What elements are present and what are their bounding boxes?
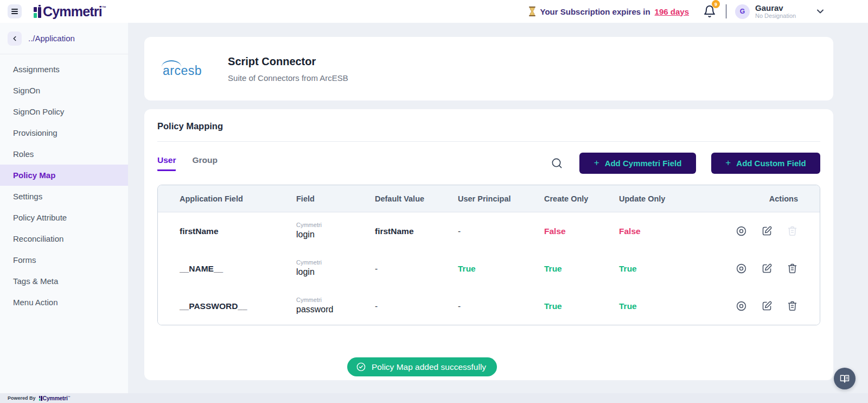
column-header-actions: Actions [727, 194, 798, 203]
subscription-notice: Your Subscription expires in 196 days [528, 7, 689, 16]
sidebar-nav-item-label: Forms [13, 255, 36, 265]
sidebar-item-provisioning[interactable]: Provisioning [0, 122, 128, 143]
sidebar-nav-item-label: Assignments [13, 65, 60, 74]
help-docs-fab[interactable] [834, 368, 856, 389]
sidebar-nav: Assignments SignOn SignOn Policy Provisi… [0, 59, 128, 313]
sidebar-item-tags-meta[interactable]: Tags & Meta [0, 270, 128, 292]
sidebar-item-reconciliation[interactable]: Reconciliation [0, 228, 128, 249]
field-group-label: Cymmetri [296, 297, 375, 304]
view-button[interactable] [736, 225, 747, 237]
view-icon [736, 263, 747, 274]
connector-logo: arcesb [163, 59, 202, 78]
sidebar-item-roles[interactable]: Roles [0, 143, 128, 165]
view-button[interactable] [736, 300, 747, 312]
powered-by-label: Powered By [8, 395, 36, 401]
sidebar-item-policy-map[interactable]: Policy Map [0, 165, 128, 186]
delete-button[interactable] [787, 300, 798, 312]
plus-icon: + [594, 158, 599, 168]
check-circle-icon [356, 362, 366, 372]
footer-brand-glyph-icon [39, 395, 42, 401]
cell-create-only: True [544, 264, 619, 274]
top-header: Cymmetri ™ Your Subscription expires in … [0, 0, 868, 23]
back-button[interactable] [8, 32, 22, 46]
add-custom-field-button[interactable]: + Add Custom Field [711, 153, 820, 174]
user-name: Gaurav [755, 3, 807, 12]
cell-field: Cymmetri login [296, 259, 375, 278]
tab-user[interactable]: User [157, 155, 176, 171]
edit-button[interactable] [761, 225, 773, 237]
field-group-label: Cymmetri [296, 259, 375, 266]
sidebar-item-signon-policy[interactable]: SignOn Policy [0, 101, 128, 122]
cell-user-principal: - [458, 301, 544, 311]
cell-application-field: __PASSWORD__ [180, 301, 296, 311]
cell-actions [727, 225, 798, 237]
sidebar-item-policy-attribute[interactable]: Policy Attribute [0, 207, 128, 228]
table-row: firstName Cymmetri login firstName - Fal… [158, 212, 820, 250]
arcesb-arc-icon [162, 60, 181, 67]
view-button[interactable] [736, 263, 747, 274]
sidebar-item-settings[interactable]: Settings [0, 186, 128, 207]
sidebar-item-menu-action[interactable]: Menu Action [0, 292, 128, 313]
cell-default-value: - [375, 264, 458, 274]
sidebar-item-assignments[interactable]: Assignments [0, 59, 128, 80]
sidebar: ../Application Assignments SignOn SignOn… [0, 23, 128, 393]
breadcrumb-label[interactable]: ../Application [28, 34, 75, 43]
table-row: __PASSWORD__ Cymmetri password - - True … [158, 287, 820, 325]
cell-default-value: firstName [375, 226, 458, 236]
menu-button[interactable] [8, 4, 22, 18]
avatar[interactable]: G [735, 4, 750, 19]
toast-message: Policy Map added successfully [372, 362, 486, 372]
field-name: login [296, 229, 375, 241]
page-footer: Powered By Cymmetri ™ [0, 393, 868, 403]
trash-icon [787, 263, 798, 274]
tabs: User Group [157, 155, 218, 171]
table-body: firstName Cymmetri login firstName - Fal… [158, 212, 820, 325]
add-cymmetri-field-button[interactable]: + Add Cymmetri Field [579, 153, 696, 174]
footer-brand-name: Cymmetri [43, 395, 68, 401]
column-header-field: Field [296, 194, 375, 203]
tab-group[interactable]: Group [192, 155, 218, 171]
search-button[interactable] [551, 157, 563, 169]
app-logo: Cymmetri ™ [34, 5, 106, 18]
field-group-label: Cymmetri [296, 222, 375, 229]
delete-button [787, 225, 798, 237]
sidebar-nav-item-label: Tags & Meta [13, 276, 58, 286]
user-info: Gaurav No Designation [755, 3, 807, 20]
footer-brand-logo: Cymmetri ™ [39, 395, 71, 401]
hourglass-icon [528, 7, 536, 16]
header-divider [726, 4, 726, 18]
delete-button[interactable] [787, 263, 798, 274]
trash-icon [787, 300, 798, 312]
connector-card: arcesb Script Connector Suite of Connect… [144, 37, 833, 100]
policy-mapping-card: Policy Mapping User Group + Add Cymmetri… [144, 109, 833, 380]
notification-badge: 9 [712, 0, 720, 8]
main-content: arcesb Script Connector Suite of Connect… [128, 23, 868, 393]
edit-button[interactable] [761, 300, 773, 312]
edit-icon [761, 263, 773, 274]
subscription-days-link[interactable]: 196 days [655, 7, 689, 16]
plus-icon: + [725, 158, 731, 168]
cell-user-principal: True [458, 264, 544, 274]
connector-subtitle: Suite of Connectors from ArcESB [228, 73, 348, 83]
cell-default-value: - [375, 301, 458, 311]
edit-button[interactable] [761, 263, 773, 274]
user-menu-button[interactable] [815, 6, 826, 17]
notifications-button[interactable]: 9 [703, 5, 716, 18]
sidebar-nav-item-label: Policy Map [13, 171, 55, 180]
field-name: password [296, 304, 375, 316]
cell-field: Cymmetri login [296, 222, 375, 241]
table-row: __NAME__ Cymmetri login - True True True [158, 250, 820, 287]
subscription-text: Your Subscription expires in [540, 7, 650, 16]
brand-trademark: ™ [102, 5, 106, 10]
open-book-icon [839, 373, 850, 384]
cell-create-only: True [544, 301, 619, 311]
sidebar-item-forms[interactable]: Forms [0, 249, 128, 270]
edit-icon [761, 225, 773, 237]
cell-create-only: False [544, 226, 619, 236]
cell-update-only: True [619, 301, 727, 311]
sidebar-item-signon[interactable]: SignOn [0, 80, 128, 101]
policy-map-table: Application FieldFieldDefault ValueUser … [157, 185, 820, 325]
sidebar-nav-item-label: Policy Attribute [13, 213, 67, 222]
search-icon [551, 157, 563, 169]
add-custom-field-label: Add Custom Field [736, 159, 806, 168]
